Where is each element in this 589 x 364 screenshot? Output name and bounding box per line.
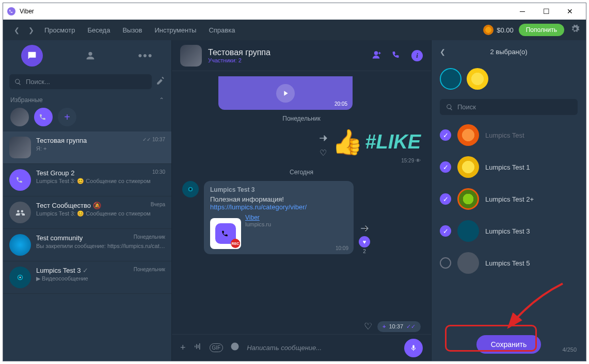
chat-item[interactable]: Test community Вы закрепили сообщение: h… (3, 229, 171, 261)
contact-avatar (457, 220, 479, 242)
favorite-avatar[interactable] (10, 108, 29, 126)
add-member-icon[interactable] (372, 50, 381, 61)
more-icon[interactable]: ••• (138, 49, 153, 62)
save-button[interactable]: Сохранить (476, 335, 542, 354)
chat-avatar (9, 202, 31, 223)
reaction-heart[interactable]: ♥ (359, 236, 370, 247)
add-favorite-button[interactable]: + (58, 108, 76, 126)
chat-header-subtitle[interactable]: Участники: 2 (208, 57, 270, 63)
audio-bars-icon[interactable] (193, 342, 202, 354)
menu-tools[interactable]: Инструменты (148, 26, 202, 34)
link-preview-image[interactable]: REC (210, 218, 241, 249)
nav-back-button[interactable]: ❮ (9, 23, 24, 37)
chat-avatar (9, 169, 31, 191)
contacts-tab-icon[interactable] (79, 45, 101, 67)
chat-title: Тест Сообщество 🔕 (36, 202, 165, 209)
info-icon[interactable]: i (411, 50, 423, 61)
message-bubble[interactable]: Lumpics Test 3 Полезная информация! http… (204, 181, 354, 254)
selected-avatars (432, 63, 586, 95)
sidebar-search-input[interactable]: Поиск... (9, 74, 152, 89)
link-domain: lumpics.ru (245, 221, 271, 227)
maximize-button[interactable]: ☐ (534, 3, 558, 20)
chat-item[interactable]: Тестовая группа Я: + ✓✓10:37 (3, 131, 171, 164)
contact-avatar (457, 156, 479, 178)
attach-icon[interactable]: + (180, 342, 186, 353)
heart-icon[interactable]: ♡ (320, 148, 327, 158)
menu-chat[interactable]: Беседа (81, 26, 116, 34)
balance-icon (483, 25, 494, 35)
checkbox-checked[interactable]: ✓ (440, 225, 451, 237)
selection-counter: 4/250 (562, 346, 577, 353)
message-time: 10:09 (336, 245, 348, 251)
sidebar-search-placeholder: Поиск... (26, 78, 50, 86)
heart-outline-icon[interactable]: ♡ (364, 321, 372, 332)
balance-amount: $0.00 (497, 26, 514, 34)
contact-avatar (457, 252, 479, 274)
sent-status[interactable]: + 10:37 ✓✓ (377, 321, 421, 332)
like-sticker[interactable]: 👍 #LIKE (332, 127, 421, 157)
chat-preview: Я: + (36, 145, 165, 152)
chat-item[interactable]: Тест Сообщество 🔕 Lumpics Test 3: 😊 Сооб… (3, 196, 171, 229)
call-icon[interactable] (392, 50, 401, 61)
close-button[interactable]: ✕ (558, 3, 582, 20)
svg-point-4 (190, 189, 191, 190)
chat-avatar (9, 137, 31, 158)
contact-row[interactable]: ✓ Lumpics Test 1 (432, 151, 586, 183)
chat-avatar (9, 234, 31, 256)
panel-search-input[interactable]: Поиск (440, 99, 578, 115)
message-sender: Lumpics Test 3 (210, 186, 347, 193)
selected-avatar[interactable] (440, 68, 461, 90)
menu-call[interactable]: Вызов (116, 26, 148, 34)
menu-view[interactable]: Просмотр (38, 26, 81, 34)
forward-icon[interactable] (360, 224, 369, 235)
contact-avatar (457, 188, 479, 210)
chat-item[interactable]: Test Group 2 Lumpics Test 3: 😊 Сообщение… (3, 164, 171, 196)
favorites-label: Избранные (10, 96, 43, 104)
menu-help[interactable]: Справка (202, 26, 241, 34)
contact-row[interactable]: ✓ Lumpics Test (432, 119, 586, 151)
selected-avatar[interactable] (467, 68, 488, 90)
checkbox-checked[interactable]: ✓ (440, 193, 451, 205)
link-title[interactable]: Viber (245, 214, 271, 221)
contact-row[interactable]: ✓ Lumpics Test 2+ (432, 183, 586, 215)
plus-icon: + (383, 323, 386, 329)
minimize-button[interactable]: ─ (511, 3, 534, 20)
message-input[interactable]: Написать сообщение... (247, 344, 397, 352)
chat-item[interactable]: Lumpics Test 3 ✓ ▶ Видеосообщение Понеде… (3, 261, 171, 294)
favorite-viber[interactable] (34, 108, 53, 126)
balance-display[interactable]: $0.00 (483, 25, 514, 35)
svg-point-2 (375, 52, 378, 55)
contact-row[interactable]: Lumpics Test 5 (432, 247, 586, 279)
nav-forward-button[interactable]: ❯ (24, 23, 38, 37)
checkbox-checked[interactable]: ✓ (440, 161, 451, 173)
back-icon[interactable]: ❮ (440, 48, 445, 56)
thumbs-up-icon: 👍 (332, 127, 363, 157)
settings-icon[interactable] (570, 24, 580, 36)
topup-button[interactable]: Пополнить (519, 24, 564, 36)
favorites-section[interactable]: Избранные ⌃ (3, 92, 171, 108)
app-icon (7, 7, 15, 15)
chat-title: Test Group 2 (36, 169, 165, 177)
contact-row[interactable]: ✓ Lumpics Test 3 (432, 215, 586, 247)
menubar: ❮ ❯ Просмотр Беседа Вызов Инструменты Сп… (3, 20, 586, 40)
checkbox-unchecked[interactable] (440, 257, 451, 269)
chats-tab-icon[interactable] (21, 45, 43, 67)
chevron-up-icon: ⌃ (159, 96, 164, 104)
compose-icon[interactable] (156, 76, 165, 88)
contact-name: Lumpics Test (485, 131, 524, 139)
checkbox-checked[interactable]: ✓ (440, 129, 451, 141)
mic-button[interactable] (404, 339, 423, 357)
message-avatar[interactable] (182, 181, 199, 197)
message-link[interactable]: https://lumpics.ru/category/viber/ (210, 203, 307, 211)
panel-search-placeholder: Поиск (457, 103, 476, 111)
gif-icon[interactable]: GIF (210, 343, 224, 352)
reaction-count: 2 (363, 249, 366, 254)
video-message[interactable]: 20:05 (218, 76, 353, 110)
chat-header-title: Тестовая группа (208, 48, 270, 57)
app-title: Viber (20, 8, 34, 15)
chat-header-avatar[interactable] (180, 45, 202, 67)
forward-icon[interactable] (319, 134, 328, 145)
emoji-icon[interactable] (230, 342, 240, 354)
messages-area[interactable]: 20:05 Понедельник ♡ 👍 #LIKE 15:29 👁 (172, 71, 431, 319)
chat-preview: Вы закрепили сообщение: https://lumpics.… (36, 243, 165, 249)
